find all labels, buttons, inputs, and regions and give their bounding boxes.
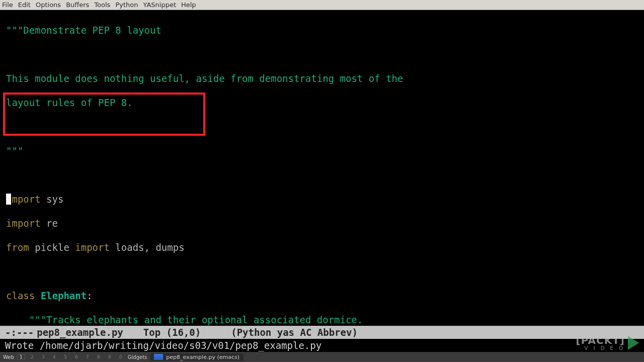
taskbar: Web 1 2 3 4 5 6 7 8 9 0 Gidgets pep8_exa… (0, 352, 644, 362)
colon: : (87, 290, 92, 301)
menu-file[interactable]: File (2, 1, 13, 9)
class-docstring: """Tracks elephants and their optional a… (6, 314, 363, 325)
import-keyword: import (6, 194, 41, 205)
menu-edit[interactable]: Edit (18, 1, 31, 9)
text-cursor (6, 194, 11, 205)
class-name: Elephant (35, 290, 87, 301)
import-module: sys (41, 194, 64, 205)
menu-bar: File Edit Options Buffers Tools Python Y… (0, 0, 644, 10)
import-module: pickle (29, 242, 75, 253)
buffer-position: Top (16,0) (143, 327, 201, 338)
menu-tools[interactable]: Tools (94, 1, 110, 9)
module-docstring: This module does nothing useful, aside f… (6, 73, 403, 84)
editor-area[interactable]: """Demonstrate PEP 8 layout This module … (0, 10, 644, 326)
import-names: loads, dumps (110, 242, 185, 253)
play-icon (628, 336, 639, 350)
mini-buffer[interactable]: Wrote /home/djarb/writing/video/s03/v01/… (0, 339, 644, 352)
menu-yasnippet[interactable]: YASnippet (143, 1, 176, 9)
workspace-9[interactable]: 9 (106, 354, 114, 359)
import-keyword: import (75, 242, 110, 253)
workspace-6[interactable]: 6 (72, 354, 80, 359)
app-icon (154, 354, 163, 360)
taskbar-extra[interactable]: Gidgets (128, 354, 147, 360)
menu-help[interactable]: Help (181, 1, 196, 9)
menu-options[interactable]: Options (36, 1, 61, 9)
buffer-modes: (Python yas AC Abbrev) (231, 327, 358, 338)
workspace-4[interactable]: 4 (50, 354, 58, 359)
from-keyword: from (6, 242, 29, 253)
buffer-state: -:--- (5, 327, 34, 338)
taskbar-app[interactable]: pep8_example.py (emacs) (150, 353, 244, 361)
app-title: pep8_example.py (emacs) (166, 354, 239, 360)
menu-buffers[interactable]: Buffers (66, 1, 89, 9)
buffer-filename: pep8_example.py (37, 327, 123, 338)
workspace-3[interactable]: 3 (39, 354, 47, 359)
taskbar-web[interactable]: Web (3, 354, 14, 360)
module-docstring: """Demonstrate PEP 8 layout (6, 25, 162, 36)
brand-text: [PACKT] (576, 334, 625, 346)
mode-line: -:--- pep8_example.py Top (16,0) (Python… (0, 326, 644, 339)
module-docstring: """ (6, 145, 23, 156)
workspace-0[interactable]: 0 (117, 354, 125, 359)
menu-python[interactable]: Python (115, 1, 138, 9)
workspace-1[interactable]: 1 (17, 354, 25, 360)
import-module: re (41, 218, 58, 229)
import-keyword: import (6, 218, 41, 229)
minibuffer-message: Wrote /home/djarb/writing/video/s03/v01/… (5, 340, 321, 351)
workspace-2[interactable]: 2 (28, 354, 36, 359)
workspace-8[interactable]: 8 (95, 354, 103, 359)
workspace-5[interactable]: 5 (61, 354, 69, 359)
brand-watermark: [PACKT] V I D E O (576, 334, 639, 351)
class-keyword: class (6, 290, 35, 301)
module-docstring: layout rules of PEP 8. (6, 97, 133, 108)
workspace-7[interactable]: 7 (84, 354, 92, 359)
